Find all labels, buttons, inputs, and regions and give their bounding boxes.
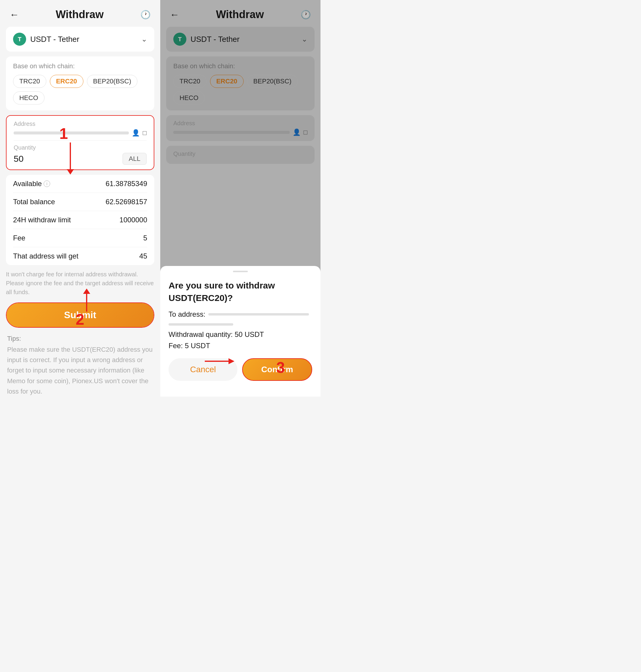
modal-withdrawal-quantity: Withdrawal quantity: 50 USDT	[168, 331, 312, 339]
info-fee: Fee 5	[13, 229, 147, 247]
quantity-row: 50 ALL	[14, 153, 147, 165]
modal-to-address-row: To address:	[168, 310, 312, 319]
svg-marker-1	[229, 358, 234, 364]
24h-limit-value: 1000000	[120, 216, 147, 224]
chain-label: Base on which chain:	[13, 62, 147, 70]
chain-heco[interactable]: HECO	[13, 91, 44, 105]
info-rows-card: Available i 61.38785349 Total balance 62…	[6, 175, 154, 265]
modal-address-bar-2	[168, 323, 233, 326]
address-label: Address	[14, 121, 147, 127]
to-address-label: To address:	[168, 310, 205, 319]
arrow-1	[67, 143, 74, 175]
field-divider	[14, 140, 147, 141]
info-address-get: That address will get 45	[13, 247, 147, 265]
token-name: USDT - Tether	[30, 35, 79, 44]
tips-title: Tips:	[7, 335, 153, 342]
fee-value: 5	[143, 234, 147, 242]
modal-overlay: Are you sure to withdraw USDT(ERC20)? To…	[160, 0, 320, 397]
token-selector[interactable]: T USDT - Tether ⌄	[13, 33, 147, 46]
token-icon: T	[13, 33, 26, 46]
total-balance-label: Total balance	[13, 198, 55, 206]
address-row: 👤 □	[14, 129, 147, 137]
chain-trc20[interactable]: TRC20	[13, 75, 46, 88]
chain-bep20[interactable]: BEP20(BSC)	[87, 75, 137, 88]
confirmation-modal: Are you sure to withdraw USDT(ERC20)? To…	[160, 266, 320, 397]
arrow-2	[83, 288, 90, 312]
chevron-down-icon[interactable]: ⌄	[141, 35, 147, 43]
modal-fee: Fee: 5 USDT	[168, 341, 312, 350]
annotation-2: 2	[76, 310, 84, 328]
arrow-3	[205, 357, 234, 367]
all-button[interactable]: ALL	[123, 153, 147, 165]
quantity-label: Quantity	[14, 144, 147, 151]
modal-address-bar	[208, 313, 309, 315]
info-total-balance: Total balance 62.52698157	[13, 193, 147, 211]
tips-text: Please make sure the USDT(ERC20) address…	[7, 344, 153, 397]
annotation-3: 3	[276, 359, 285, 376]
modal-buttons: Cancel Confirm	[168, 358, 312, 381]
fee-label: Fee	[13, 234, 25, 242]
chain-card: Base on which chain: TRC20 ERC20 BEP20(B…	[6, 56, 154, 110]
left-back-button[interactable]: ←	[10, 9, 19, 20]
modal-handle	[233, 271, 248, 272]
24h-limit-label: 24H withdraw limit	[13, 216, 71, 224]
info-icon[interactable]: i	[44, 180, 50, 187]
address-get-label: That address will get	[13, 252, 78, 260]
address-get-value: 45	[139, 252, 147, 260]
chain-options: TRC20 ERC20 BEP20(BSC) HECO	[13, 75, 147, 105]
annotation-1: 1	[59, 125, 68, 143]
quantity-value: 50	[14, 154, 24, 164]
available-value: 61.38785349	[106, 179, 147, 188]
scan-icon[interactable]: □	[143, 129, 147, 137]
token-selector-card[interactable]: T USDT - Tether ⌄	[6, 27, 154, 52]
available-label: Available	[13, 179, 42, 188]
info-24h-limit: 24H withdraw limit 1000000	[13, 211, 147, 229]
info-available: Available i 61.38785349	[13, 175, 147, 193]
total-balance-value: 62.52698157	[106, 198, 147, 206]
internal-fee-note: It won't charge fee for internal address…	[6, 270, 154, 297]
chain-erc20[interactable]: ERC20	[50, 75, 83, 88]
modal-title: Are you sure to withdraw USDT(ERC20)?	[168, 279, 312, 304]
left-page-title: Withdraw	[56, 8, 104, 21]
left-header: ← Withdraw 🕐	[0, 0, 160, 27]
contact-icon[interactable]: 👤	[132, 129, 140, 137]
tips-section: Tips: Please make sure the USDT(ERC20) a…	[6, 335, 154, 397]
address-input-bar	[14, 132, 129, 134]
left-clock-icon[interactable]: 🕐	[140, 10, 151, 19]
address-quantity-card: Address 👤 □ Quantity 50 ALL	[6, 115, 154, 170]
